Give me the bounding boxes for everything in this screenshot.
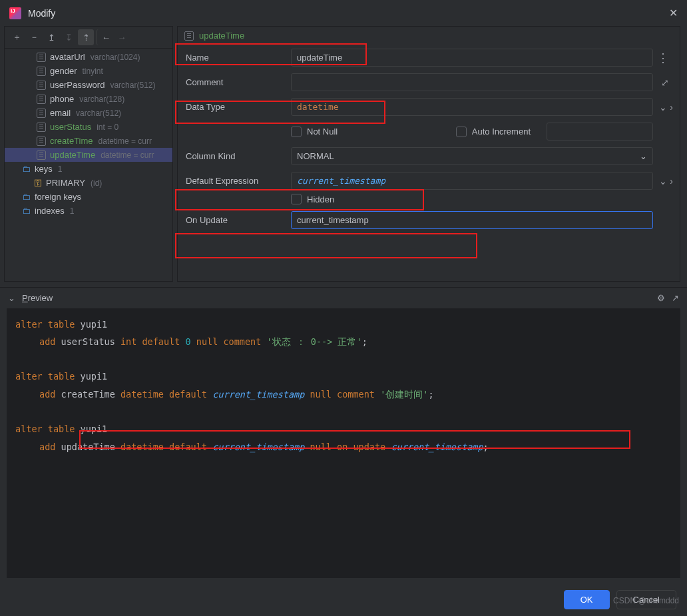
tree-keys[interactable]: 🗀keys1 (5, 162, 172, 176)
chevron-down-icon[interactable]: ⌄ (8, 293, 15, 303)
tree-col-phone[interactable]: phonevarchar(128) (5, 92, 172, 106)
tree-col-gender[interactable]: gendertinyint (5, 64, 172, 78)
chevron-down-icon: ⌄ (640, 151, 647, 161)
comment-label: Comment (184, 75, 291, 90)
column-icon (37, 53, 46, 62)
window-title: Modify (28, 8, 55, 19)
column-icon (37, 151, 46, 160)
tree-indexes[interactable]: 🗀indexes1 (5, 204, 172, 218)
sql-preview: alter table yupi1 add userStatus int def… (7, 308, 680, 579)
column-icon (184, 31, 194, 41)
kind-label: Column Kind (184, 149, 291, 164)
ok-button[interactable]: OK (564, 590, 610, 609)
column-icon (37, 67, 46, 76)
upload-icon[interactable]: ↥ (43, 29, 59, 45)
forward-icon[interactable]: → (114, 29, 130, 45)
onupdate-input[interactable] (291, 211, 653, 229)
tree-col-userStatus[interactable]: userStatusint = 0 (5, 120, 172, 134)
gear-icon[interactable]: ⚙ (657, 293, 665, 303)
column-icon (37, 137, 46, 146)
chevron-down-icon: ⌄ (659, 176, 667, 186)
expand-icon[interactable]: ⤢ (653, 77, 673, 88)
notnull-checkbox[interactable]: Not Null (291, 127, 338, 137)
add-icon[interactable]: ＋ (9, 29, 25, 45)
default-chev[interactable]: ⌄› (653, 176, 673, 186)
datatype-label: Data Type (184, 99, 291, 115)
onupdate-label: On Update (184, 212, 291, 228)
watermark: CSDN @chemddd (613, 596, 679, 605)
column-tree[interactable]: avatarUrlvarchar(1024) gendertinyint use… (5, 49, 172, 281)
highlight-onupdate (175, 233, 477, 258)
datatype-chev[interactable]: ⌄› (653, 102, 673, 113)
tree-col-userPassword[interactable]: userPasswordvarchar(512) (5, 78, 172, 92)
tree-foreign-keys[interactable]: 🗀foreign keys (5, 190, 172, 204)
default-label: Default Expression (184, 173, 291, 188)
folder-icon: 🗀 (22, 206, 31, 216)
chevron-right-icon: › (670, 102, 673, 113)
chevron-down-icon: ⌄ (659, 102, 667, 113)
hidden-checkbox[interactable]: Hidden (291, 194, 653, 204)
column-icon (37, 123, 46, 132)
popout-icon[interactable]: ↗ (672, 293, 679, 303)
tree-primary[interactable]: ⚿PRIMARY(id) (5, 176, 172, 190)
folder-icon: 🗀 (22, 164, 31, 174)
column-icon (37, 95, 46, 104)
tree-col-updateTime[interactable]: updateTimedatetime = curr (5, 148, 172, 162)
more-icon[interactable]: ⋮ (653, 55, 673, 61)
app-logo (9, 7, 21, 19)
close-icon[interactable]: ✕ (669, 7, 678, 19)
name-input[interactable] (291, 49, 653, 67)
tree-col-createTime[interactable]: createTimedatetime = curr (5, 134, 172, 148)
key-icon: ⚿ (34, 178, 42, 188)
autoinc-input[interactable] (547, 123, 653, 141)
autoinc-checkbox[interactable]: Auto Increment (456, 127, 531, 137)
breadcrumb: updateTime (199, 31, 244, 41)
tree-col-avatarUrl[interactable]: avatarUrlvarchar(1024) (5, 50, 172, 64)
name-label: Name (184, 50, 291, 65)
default-input[interactable] (291, 172, 653, 190)
download-icon[interactable]: ↧ (61, 29, 77, 45)
chevron-right-icon: › (670, 176, 673, 186)
comment-input[interactable] (291, 73, 653, 91)
tree-col-email[interactable]: emailvarchar(512) (5, 106, 172, 120)
folder-icon: 🗀 (22, 192, 31, 202)
kind-select[interactable]: NORMAL⌄ (291, 147, 653, 165)
remove-icon[interactable]: － (26, 29, 42, 45)
filter-icon[interactable]: ⇡ (78, 29, 94, 45)
column-icon (37, 109, 46, 118)
preview-label[interactable]: Preview (22, 293, 53, 303)
tree-toolbar: ＋ － ↥ ↧ ⇡ ← → (5, 27, 172, 49)
column-icon (37, 81, 46, 90)
datatype-input[interactable] (291, 98, 653, 116)
back-icon[interactable]: ← (97, 29, 113, 45)
